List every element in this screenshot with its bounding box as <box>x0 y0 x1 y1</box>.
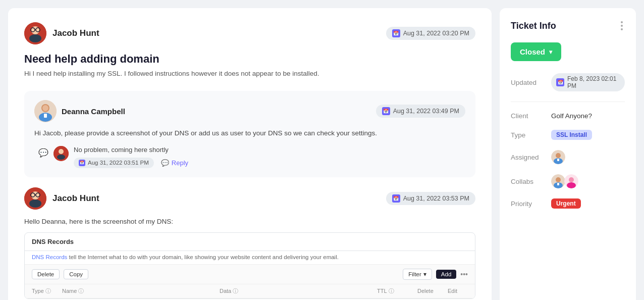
message-author-name: Jacob Hunt <box>52 193 99 204</box>
reply-body: Hi Jacob, please provide a screenshot of… <box>34 128 465 138</box>
svg-point-31 <box>569 177 574 182</box>
type-row: Type SSL Install <box>511 130 625 140</box>
col-edit: Edit <box>448 287 468 295</box>
thread-timestamp: 📅 Aug 31, 2022 03:20 PM <box>386 27 475 40</box>
conversation-panel: Jacob Hunt 📅 Aug 31, 2022 03:20 PM Need … <box>8 8 492 300</box>
svg-point-23 <box>556 153 561 158</box>
assigned-row: Assigned <box>511 150 625 164</box>
dns-subtitle: DNS Records tell the Internet what to do… <box>25 251 475 265</box>
chevron-down-icon: ▾ <box>549 48 552 56</box>
collabs-label: Collabs <box>511 178 547 185</box>
message-author-row: Jacob Hunt <box>24 187 99 210</box>
collab-avatars <box>551 174 578 188</box>
dns-copy-button[interactable]: Copy <box>64 269 88 279</box>
dns-title: DNS Records <box>25 233 475 251</box>
chevron-icon: ▾ <box>423 271 426 278</box>
calendar-icon: 📅 <box>79 160 85 166</box>
reply-author-row: Deanna Campbell <box>34 100 125 122</box>
col-type: Type ⓘ <box>32 287 62 295</box>
info-icon: ⓘ <box>78 287 84 295</box>
reply-block-1: Deanna Campbell 📅 Aug 31, 2022 03:49 PM … <box>24 91 475 177</box>
assigned-label: Assigned <box>511 154 547 161</box>
thread-header: Jacob Hunt 📅 Aug 31, 2022 03:20 PM <box>24 22 475 44</box>
avatar <box>34 100 57 122</box>
dns-delete-button[interactable]: Delete <box>32 269 60 279</box>
message-timestamp: 📅 Aug 31, 2022 03:53 PM <box>386 192 475 205</box>
message-body: Hello Deanna, here is the screenshot of … <box>24 218 475 225</box>
reply-timestamp: 📅 Aug 31, 2022 03:49 PM <box>376 105 465 118</box>
svg-rect-25 <box>557 159 559 161</box>
panel-header: Ticket Info <box>511 19 625 32</box>
avatar <box>551 150 565 164</box>
type-badge: SSL Install <box>551 130 592 140</box>
nested-footer: 📅 Aug 31, 2022 03:51 PM 💬 Reply <box>74 158 465 168</box>
updated-value: Feb 8, 2023 02:01 PM <box>567 75 620 89</box>
priority-badge: Urgent <box>551 198 581 209</box>
status-dropdown-button[interactable]: Closed ▾ <box>511 42 561 61</box>
col-data: Data ⓘ <box>220 287 377 295</box>
updated-row: Updated 📅 Feb 8, 2023 02:01 PM <box>511 73 625 91</box>
dot <box>621 21 623 23</box>
reply-header: Deanna Campbell 📅 Aug 31, 2022 03:49 PM <box>34 100 465 122</box>
dot <box>621 25 623 27</box>
updated-badge: 📅 Feb 8, 2023 02:01 PM <box>551 73 625 91</box>
nested-timestamp: 📅 Aug 31, 2022 03:51 PM <box>74 158 154 168</box>
dot <box>621 28 623 30</box>
dns-records-block: DNS Records DNS Records tell the Interne… <box>24 232 475 299</box>
calendar-icon: 📅 <box>382 107 390 115</box>
avatar <box>564 174 578 188</box>
nested-content: No problem, coming here shortly 📅 Aug 31… <box>74 146 465 168</box>
avatar <box>24 22 46 44</box>
client-value: Golf Anyone? <box>551 112 625 120</box>
panel-title: Ticket Info <box>511 21 556 31</box>
collabs-row: Collabs <box>511 174 625 188</box>
assigned-avatars <box>551 150 565 164</box>
svg-point-32 <box>567 182 576 188</box>
svg-point-13 <box>59 149 64 154</box>
type-label: Type <box>511 131 547 139</box>
col-name: Name ⓘ <box>62 287 220 295</box>
more-options-icon[interactable]: ••• <box>460 270 468 278</box>
divider <box>511 102 625 102</box>
thread-author-name: Jacob Hunt <box>52 28 99 38</box>
calendar-icon: 📅 <box>556 78 564 86</box>
nested-comment: 💬 No problem, coming here shortly 📅 Aug … <box>38 146 465 168</box>
dns-add-button[interactable]: Add <box>436 270 456 279</box>
svg-rect-29 <box>557 183 559 185</box>
avatar <box>24 187 46 210</box>
dns-table-header: Type ⓘ Name ⓘ Data ⓘ TTL ⓘ Delete Edit <box>25 284 475 298</box>
reply-button[interactable]: 💬 Reply <box>161 159 188 167</box>
avatar <box>551 174 565 188</box>
thread-author-row: Jacob Hunt <box>24 22 99 44</box>
updated-label: Updated <box>511 79 547 86</box>
client-row: Client Golf Anyone? <box>511 112 625 120</box>
info-icon: ⓘ <box>389 287 394 295</box>
message-header: Jacob Hunt 📅 Aug 31, 2022 03:53 PM <box>24 187 475 210</box>
nested-comment-text: No problem, coming here shortly <box>74 146 465 154</box>
reply-author-name: Deanna Campbell <box>62 107 125 116</box>
ticket-body: Hi I need help installing my SSL. I foll… <box>24 69 475 79</box>
dns-filter-button[interactable]: Filter ▾ <box>403 269 432 280</box>
dns-toolbar: Delete Copy Filter ▾ Add ••• <box>25 265 475 284</box>
ticket-subject: Need help adding domain <box>24 53 475 66</box>
client-label: Client <box>511 112 547 120</box>
svg-point-14 <box>57 155 65 160</box>
calendar-icon: 📅 <box>392 194 400 203</box>
more-options-button[interactable] <box>619 19 625 32</box>
priority-row: Priority Urgent <box>511 198 625 209</box>
avatar <box>53 146 69 161</box>
svg-point-2 <box>29 34 41 42</box>
ticket-info-panel: Ticket Info Closed ▾ Updated 📅 Feb 8, 20… <box>500 8 636 300</box>
dns-link[interactable]: DNS Records <box>32 254 67 260</box>
svg-point-17 <box>29 199 41 208</box>
reply-icon: 💬 <box>161 159 169 167</box>
priority-label: Priority <box>511 200 547 208</box>
col-delete: Delete <box>417 287 448 295</box>
info-icon: ⓘ <box>45 287 51 295</box>
svg-rect-11 <box>44 114 47 118</box>
col-ttl: TTL ⓘ <box>377 287 417 295</box>
message-block-2: Jacob Hunt 📅 Aug 31, 2022 03:53 PM Hello… <box>24 187 475 299</box>
svg-point-9 <box>42 105 48 111</box>
calendar-icon: 📅 <box>392 29 400 37</box>
chat-bubble-icon: 💬 <box>38 148 48 158</box>
